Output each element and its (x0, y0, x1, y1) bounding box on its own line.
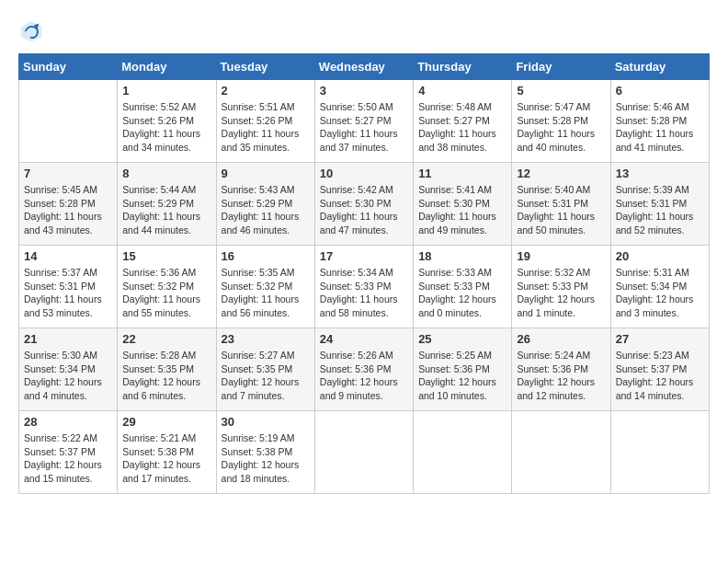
calendar-cell: 24 Sunrise: 5:26 AM Sunset: 5:36 PM Dayl… (314, 328, 413, 411)
cell-info: Sunrise: 5:48 AM Sunset: 5:27 PM Dayligh… (418, 100, 506, 155)
sunset-text: Sunset: 5:28 PM (517, 115, 588, 126)
daylight-text: Daylight: 11 hours and 52 minutes. (616, 211, 694, 236)
calendar-cell: 1 Sunrise: 5:52 AM Sunset: 5:26 PM Dayli… (118, 80, 216, 163)
sunrise-text: Sunrise: 5:52 AM (122, 101, 196, 112)
daylight-text: Daylight: 11 hours and 40 minutes. (517, 128, 595, 153)
sunrise-text: Sunrise: 5:37 AM (24, 267, 97, 278)
calendar-cell: 15 Sunrise: 5:36 AM Sunset: 5:32 PM Dayl… (118, 246, 216, 328)
day-number: 19 (517, 249, 605, 263)
sunset-text: Sunset: 5:31 PM (24, 281, 96, 292)
sunset-text: Sunset: 5:33 PM (517, 281, 588, 292)
daylight-text: Daylight: 12 hours and 12 minutes. (517, 376, 595, 401)
sunrise-text: Sunrise: 5:21 AM (122, 432, 196, 443)
day-number: 15 (122, 249, 210, 263)
cell-info: Sunrise: 5:34 AM Sunset: 5:33 PM Dayligh… (320, 266, 408, 320)
daylight-text: Daylight: 12 hours and 14 minutes. (616, 376, 694, 401)
calendar-header-row: SundayMondayTuesdayWednesdayThursdayFrid… (19, 54, 710, 80)
daylight-text: Daylight: 11 hours and 58 minutes. (320, 293, 398, 318)
calendar-cell: 16 Sunrise: 5:35 AM Sunset: 5:32 PM Dayl… (216, 246, 314, 328)
calendar-cell: 8 Sunrise: 5:44 AM Sunset: 5:29 PM Dayli… (118, 163, 216, 246)
calendar-cell: 3 Sunrise: 5:50 AM Sunset: 5:27 PM Dayli… (314, 80, 413, 163)
daylight-text: Daylight: 12 hours and 17 minutes. (122, 459, 200, 484)
day-number: 7 (24, 167, 112, 180)
day-number: 9 (222, 167, 310, 180)
day-number: 26 (517, 332, 605, 346)
cell-info: Sunrise: 5:40 AM Sunset: 5:31 PM Dayligh… (517, 183, 605, 237)
sunrise-text: Sunrise: 5:19 AM (222, 432, 295, 443)
daylight-text: Daylight: 12 hours and 10 minutes. (418, 376, 496, 401)
cell-info: Sunrise: 5:22 AM Sunset: 5:37 PM Dayligh… (24, 431, 112, 486)
calendar-cell: 7 Sunrise: 5:45 AM Sunset: 5:28 PM Dayli… (19, 163, 118, 246)
daylight-text: Daylight: 12 hours and 15 minutes. (24, 459, 102, 484)
sunset-text: Sunset: 5:36 PM (320, 363, 392, 374)
daylight-text: Daylight: 11 hours and 38 minutes. (418, 128, 496, 153)
sunset-text: Sunset: 5:35 PM (222, 363, 293, 374)
sunrise-text: Sunrise: 5:45 AM (24, 184, 97, 195)
sunset-text: Sunset: 5:28 PM (24, 198, 96, 209)
calendar-cell: 9 Sunrise: 5:43 AM Sunset: 5:29 PM Dayli… (216, 163, 314, 246)
calendar-cell (414, 411, 512, 494)
day-number: 10 (320, 167, 408, 180)
cell-info: Sunrise: 5:44 AM Sunset: 5:29 PM Dayligh… (122, 183, 210, 237)
calendar-cell: 18 Sunrise: 5:33 AM Sunset: 5:33 PM Dayl… (414, 246, 512, 328)
sunrise-text: Sunrise: 5:28 AM (122, 350, 196, 361)
day-number: 21 (24, 332, 112, 346)
sunset-text: Sunset: 5:37 PM (616, 363, 688, 374)
day-number: 13 (616, 167, 704, 180)
calendar-cell (19, 80, 118, 163)
cell-info: Sunrise: 5:46 AM Sunset: 5:28 PM Dayligh… (616, 100, 704, 155)
sunrise-text: Sunrise: 5:30 AM (24, 350, 97, 361)
daylight-text: Daylight: 12 hours and 1 minute. (517, 293, 595, 318)
sunrise-text: Sunrise: 5:44 AM (122, 184, 196, 195)
daylight-text: Daylight: 11 hours and 34 minutes. (122, 128, 200, 153)
logo (18, 18, 48, 44)
sunrise-text: Sunrise: 5:43 AM (222, 184, 295, 195)
calendar-cell: 4 Sunrise: 5:48 AM Sunset: 5:27 PM Dayli… (414, 80, 512, 163)
calendar-cell: 26 Sunrise: 5:24 AM Sunset: 5:36 PM Dayl… (512, 328, 610, 411)
cell-info: Sunrise: 5:51 AM Sunset: 5:26 PM Dayligh… (222, 100, 310, 155)
calendar-cell: 19 Sunrise: 5:32 AM Sunset: 5:33 PM Dayl… (512, 246, 610, 328)
page-header (18, 18, 710, 44)
daylight-text: Daylight: 11 hours and 41 minutes. (616, 128, 694, 153)
daylight-text: Daylight: 11 hours and 56 minutes. (222, 293, 300, 318)
sunrise-text: Sunrise: 5:23 AM (616, 350, 689, 361)
sunrise-text: Sunrise: 5:31 AM (616, 267, 689, 278)
day-number: 3 (320, 84, 408, 98)
day-number: 25 (418, 332, 506, 346)
calendar-week-2: 7 Sunrise: 5:45 AM Sunset: 5:28 PM Dayli… (19, 163, 710, 246)
sunset-text: Sunset: 5:31 PM (616, 198, 688, 209)
sunrise-text: Sunrise: 5:32 AM (517, 267, 590, 278)
calendar-week-5: 28 Sunrise: 5:22 AM Sunset: 5:37 PM Dayl… (19, 411, 710, 494)
header-thursday: Thursday (414, 54, 512, 80)
calendar-cell: 13 Sunrise: 5:39 AM Sunset: 5:31 PM Dayl… (610, 163, 709, 246)
header-monday: Monday (118, 54, 216, 80)
sunset-text: Sunset: 5:29 PM (222, 198, 293, 209)
cell-info: Sunrise: 5:33 AM Sunset: 5:33 PM Dayligh… (418, 266, 506, 320)
day-number: 14 (24, 249, 112, 263)
sunset-text: Sunset: 5:35 PM (122, 363, 194, 374)
sunrise-text: Sunrise: 5:39 AM (616, 184, 689, 195)
calendar-table: SundayMondayTuesdayWednesdayThursdayFrid… (18, 53, 710, 494)
cell-info: Sunrise: 5:39 AM Sunset: 5:31 PM Dayligh… (616, 183, 704, 237)
calendar-cell: 30 Sunrise: 5:19 AM Sunset: 5:38 PM Dayl… (216, 411, 314, 494)
sunset-text: Sunset: 5:32 PM (122, 281, 194, 292)
sunset-text: Sunset: 5:26 PM (222, 115, 293, 126)
calendar-cell: 20 Sunrise: 5:31 AM Sunset: 5:34 PM Dayl… (610, 246, 709, 328)
daylight-text: Daylight: 11 hours and 53 minutes. (24, 293, 102, 318)
calendar-cell: 14 Sunrise: 5:37 AM Sunset: 5:31 PM Dayl… (19, 246, 118, 328)
header-wednesday: Wednesday (314, 54, 413, 80)
sunrise-text: Sunrise: 5:47 AM (517, 101, 590, 112)
daylight-text: Daylight: 11 hours and 50 minutes. (517, 211, 595, 236)
day-number: 18 (418, 249, 506, 263)
cell-info: Sunrise: 5:21 AM Sunset: 5:38 PM Dayligh… (122, 431, 210, 486)
daylight-text: Daylight: 12 hours and 9 minutes. (320, 376, 398, 401)
sunrise-text: Sunrise: 5:50 AM (320, 101, 393, 112)
sunset-text: Sunset: 5:34 PM (24, 363, 96, 374)
cell-info: Sunrise: 5:50 AM Sunset: 5:27 PM Dayligh… (320, 100, 408, 155)
cell-info: Sunrise: 5:27 AM Sunset: 5:35 PM Dayligh… (222, 349, 310, 403)
calendar-cell: 17 Sunrise: 5:34 AM Sunset: 5:33 PM Dayl… (314, 246, 413, 328)
sunset-text: Sunset: 5:30 PM (418, 198, 490, 209)
calendar-cell: 10 Sunrise: 5:42 AM Sunset: 5:30 PM Dayl… (314, 163, 413, 246)
calendar-cell (512, 411, 610, 494)
calendar-cell: 29 Sunrise: 5:21 AM Sunset: 5:38 PM Dayl… (118, 411, 216, 494)
